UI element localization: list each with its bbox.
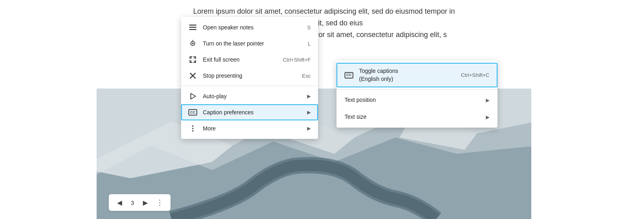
svg-rect-8 xyxy=(189,29,196,30)
svg-rect-7 xyxy=(189,27,196,28)
open-speaker-notes-label: Open speaker notes xyxy=(203,24,301,31)
exit-fullscreen-icon xyxy=(188,55,197,64)
close-x-icon xyxy=(188,71,197,80)
slide-menu-button[interactable]: ⋮ xyxy=(154,197,165,208)
context-menu-caption-preferences: CC Toggle captions (English only) Ctrl+S… xyxy=(336,60,497,128)
stop-presenting-label: Stop presenting xyxy=(203,72,296,79)
next-slide-button[interactable]: ▶ xyxy=(140,197,151,208)
menu-item-laser-pointer[interactable]: Turn on the laser pointer L xyxy=(181,35,318,52)
stop-presenting-shortcut: Esc xyxy=(302,73,311,79)
caption-preferences-arrow-icon: ▶ xyxy=(307,110,311,115)
page-number: 3 xyxy=(128,199,136,206)
menu-item-caption-preferences[interactable]: CC Caption preferences ▶ xyxy=(181,104,318,120)
more-arrow-icon: ▶ xyxy=(307,126,311,131)
presentation-nav-bar: ◀ 3 ▶ ⋮ xyxy=(109,194,171,211)
more-dots-icon xyxy=(188,124,197,133)
svg-point-20 xyxy=(192,128,194,129)
cc-icon-sub: CC xyxy=(345,71,353,80)
svg-point-21 xyxy=(192,130,194,132)
laser-pointer-shortcut: L xyxy=(308,41,311,47)
submenu-divider xyxy=(336,89,497,90)
menu-item-open-speaker-notes[interactable]: Open speaker notes S xyxy=(181,19,318,35)
menu-item-stop-presenting[interactable]: Stop presenting Esc xyxy=(181,68,318,84)
submenu-item-text-size[interactable]: Text size ▶ xyxy=(336,109,497,126)
context-menu-main: Open speaker notes S Turn on the laser p… xyxy=(181,17,318,139)
menu-divider-1 xyxy=(181,86,318,86)
text-position-label: Text position xyxy=(345,96,478,104)
svg-point-10 xyxy=(192,43,194,44)
menu-lines-icon xyxy=(188,23,197,32)
toggle-captions-label: Toggle captions (English only) xyxy=(359,67,455,83)
menu-item-exit-fullscreen[interactable]: Exit full screen Ctrl+Shift+F xyxy=(181,52,318,68)
cc-icon-main: CC xyxy=(188,108,197,117)
submenu-item-toggle-captions[interactable]: CC Toggle captions (English only) Ctrl+S… xyxy=(336,63,497,87)
laser-icon xyxy=(188,39,197,48)
submenu-item-text-position[interactable]: Text position ▶ xyxy=(336,92,497,109)
open-speaker-notes-shortcut: S xyxy=(307,25,311,31)
text-size-label: Text size xyxy=(345,113,478,121)
exit-fullscreen-label: Exit full screen xyxy=(203,56,277,63)
toggle-captions-shortcut: Ctrl+Shift+C xyxy=(461,72,489,78)
text-position-arrow-icon: ▶ xyxy=(486,97,489,103)
caption-preferences-label: Caption preferences xyxy=(203,109,299,116)
svg-rect-6 xyxy=(189,25,196,26)
svg-marker-18 xyxy=(191,93,196,99)
auto-play-arrow-icon: ▶ xyxy=(307,93,311,99)
menu-item-auto-play[interactable]: Auto-play ▶ xyxy=(181,88,318,104)
prev-slide-button[interactable]: ◀ xyxy=(114,197,125,208)
text-size-arrow-icon: ▶ xyxy=(486,114,489,120)
menu-item-more[interactable]: More ▶ xyxy=(181,120,318,136)
auto-play-label: Auto-play xyxy=(203,93,299,99)
exit-fullscreen-shortcut: Ctrl+Shift+F xyxy=(283,57,311,63)
svg-point-19 xyxy=(192,125,194,127)
more-label: More xyxy=(203,125,299,132)
play-arrow-icon xyxy=(188,92,197,101)
laser-pointer-label: Turn on the laser pointer xyxy=(203,40,302,47)
